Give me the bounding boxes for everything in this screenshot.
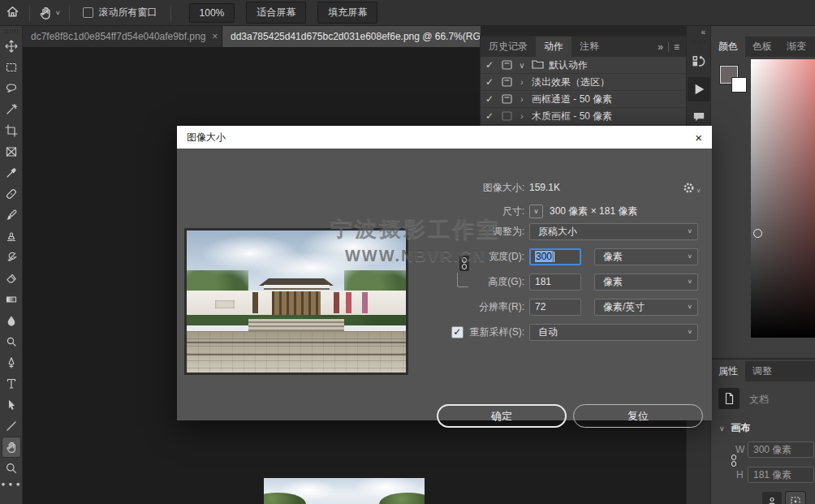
fit-to-label: 调整为: [177,225,529,239]
height-input[interactable] [529,274,581,291]
tab-history[interactable]: 历史记录 [481,37,536,57]
edit-toolbar-icon[interactable]: ● ● ● [2,480,21,488]
resample-value: 自动 [538,325,558,339]
dialog-options-gear-icon[interactable]: ∨ [683,182,701,194]
resolution-input[interactable] [529,299,581,316]
color-picker-field[interactable] [751,59,815,338]
hand-tool[interactable] [2,437,21,458]
color-picker-cursor[interactable] [753,229,762,238]
dialog-title-bar[interactable]: 图像大小 × [177,126,712,149]
frame-tool[interactable] [2,141,21,162]
scroll-all-windows-checkbox[interactable] [83,7,93,18]
move-tool[interactable] [2,36,21,57]
chevron-right-icon[interactable]: › [517,112,527,121]
width-unit-select[interactable]: 像素 ∨ [594,248,698,265]
scroll-all-windows-option[interactable]: 滚动所有窗口 [75,6,166,19]
zoom-100-button[interactable]: 100% [189,3,235,23]
dodge-tool[interactable] [2,331,21,352]
brush-tool[interactable] [2,205,21,226]
modal-dialog-toggle-icon[interactable] [502,60,512,70]
canvas-height-field[interactable]: 181 像素 [748,467,814,483]
document-tab-2[interactable]: dd3a785425d41d675bc2d031e608ef6e.png @ 6… [222,26,481,47]
resolution-unit-select[interactable]: 像素/英寸 ∨ [594,299,698,316]
eraser-tool[interactable] [2,268,21,289]
reset-button[interactable]: 复位 [573,404,703,428]
tab-notes[interactable]: 注释 [571,37,607,57]
type-tool[interactable] [2,373,21,394]
tab-adjustments[interactable]: 调整 [745,361,779,381]
check-icon[interactable]: ✓ [485,76,497,88]
lasso-tool[interactable] [2,78,21,99]
link-icon[interactable] [459,256,469,271]
tab-color[interactable]: 颜色 [711,37,745,57]
action-row-wood-frame[interactable]: ✓ › 木质画框 - 50 像素 [481,108,686,125]
chevron-right-icon[interactable]: › [517,95,527,104]
document-tab-1[interactable]: dc7fe8f8c1d0e854ff7d54e040afe9bf.png × [23,26,222,47]
clone-stamp-tool[interactable] [2,226,21,247]
collapse-panels-icon[interactable]: « [701,28,705,37]
close-icon[interactable]: × [695,131,702,144]
line-tool[interactable] [2,416,21,437]
panel-grip[interactable] [692,40,705,44]
modal-dialog-toggle-icon[interactable] [502,111,512,121]
document-image-fragment [264,478,425,504]
path-selection-tool[interactable] [2,394,21,416]
height-unit-select[interactable]: 像素 ∨ [594,274,698,291]
check-icon[interactable]: ✓ [485,59,497,71]
canvas-section-header[interactable]: ∨ 画布 [719,421,751,435]
check-icon[interactable]: ✓ [485,93,497,105]
document-properties-icon[interactable] [718,388,740,409]
modal-dialog-toggle-icon[interactable] [502,94,512,104]
dimensions-dropdown-icon[interactable]: ∨ [529,205,543,218]
ok-button[interactable]: 确定 [437,404,567,428]
marquee-tool[interactable] [2,57,21,78]
chevron-down-icon: ∨ [687,253,692,260]
check-icon[interactable]: ✓ [485,110,497,122]
resample-checkbox[interactable]: ✓ [451,326,464,338]
fill-screen-button[interactable]: 填充屏幕 [317,2,377,24]
tab-actions[interactable]: 动作 [536,37,571,57]
hand-tool-options-icon[interactable]: ∨ [35,6,64,20]
panel-grip[interactable] [5,29,18,33]
pavement-line [187,354,406,355]
chevron-down-icon[interactable]: ∨ [517,61,527,70]
action-row-default-actions[interactable]: ✓ ∨ 默认动作 [481,57,686,74]
healing-brush-tool[interactable] [2,183,21,205]
eyedropper-tool[interactable] [2,162,21,183]
background-color-swatch[interactable] [731,77,747,93]
resample-select[interactable]: 自动 ∨ [529,324,698,341]
quick-selection-tool[interactable] [2,99,21,120]
modal-dialog-toggle-icon[interactable] [502,77,512,87]
chevron-down-icon[interactable]: ∨ [55,10,61,16]
actions-panel-icon[interactable] [688,77,710,101]
close-icon[interactable]: × [212,31,218,42]
history-panel-icon[interactable] [688,51,709,72]
blur-tool[interactable] [2,310,21,331]
tab-swatches[interactable]: 色板 [745,37,779,57]
chevron-right-icon[interactable]: › [517,78,527,87]
fit-to-select[interactable]: 原稿大小 ∨ [529,223,698,240]
action-row-frame-channel[interactable]: ✓ › 画框通道 - 50 像素 [481,91,686,108]
action-row-fade-effect[interactable]: ✓ › 淡出效果（选区） [481,74,686,91]
pen-tool[interactable] [2,352,21,373]
fit-screen-button[interactable]: 适合屏幕 [246,2,306,24]
tab-gradients[interactable]: 渐变 [779,37,813,57]
panel-menu-icon[interactable]: ≡ [674,41,679,53]
history-brush-tool[interactable] [2,247,21,268]
panel-expand-icon[interactable]: » [658,41,663,53]
crop-tool[interactable] [2,120,21,141]
home-icon[interactable] [0,5,24,21]
notes-panel-icon[interactable] [688,106,709,127]
canvas-anchor-button[interactable] [786,492,805,504]
gradient-tool[interactable] [2,289,21,310]
canvas-width-field[interactable]: 300 像素 [748,442,814,458]
relative-position-button[interactable] [762,492,782,504]
chevron-down-icon: ∨ [687,304,692,310]
chevron-down-icon: ∨ [687,278,692,285]
document-properties-label: 文档 [749,393,769,407]
tab-properties[interactable]: 属性 [711,361,745,381]
zoom-tool[interactable] [2,458,21,479]
link-dimensions-icon[interactable] [729,451,739,468]
dimensions-value: 300 像素 × 181 像素 [550,205,637,218]
width-input[interactable]: 300 [529,248,581,265]
